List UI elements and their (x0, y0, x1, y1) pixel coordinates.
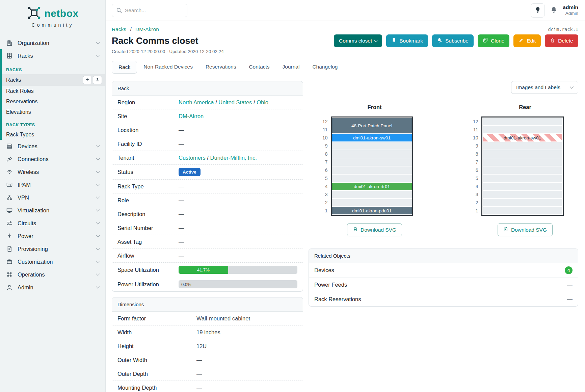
sidebar-item-circuits[interactable]: Circuits (0, 217, 105, 230)
download-svg-front-button[interactable]: Download SVG (347, 223, 402, 236)
rack-unit-empty[interactable] (483, 199, 562, 206)
sidebar-item-racks[interactable]: Racks (2, 74, 105, 86)
detail-label: Status (117, 169, 179, 175)
chevron-down-icon (96, 259, 100, 263)
theme-toggle-button[interactable] (531, 3, 545, 18)
rack-unit-empty[interactable] (483, 207, 562, 214)
sidebar-item-label: Elevations (6, 109, 31, 115)
user-menu[interactable]: admin Admin (563, 4, 578, 16)
tab-journal[interactable]: Journal (276, 61, 306, 74)
tab-changelog[interactable]: Changelog (306, 61, 344, 74)
delete-button[interactable]: Delete (545, 34, 578, 47)
detail-value: — (196, 357, 297, 363)
detail-link[interactable]: DM-Akron (179, 113, 204, 119)
rack-unit-device[interactable]: dmi01-akron-sw01 (483, 134, 562, 141)
topbar: admin Admin (106, 0, 585, 21)
search-input[interactable] (112, 4, 187, 17)
detail-link[interactable]: Customers (179, 155, 206, 161)
sidebar-item-rack-types[interactable]: Rack Types (2, 129, 105, 140)
detail-label: Site (117, 113, 179, 120)
tab-non-racked-devices[interactable]: Non-Racked Devices (137, 61, 199, 74)
sidebar-item-connections[interactable]: Connections (0, 153, 105, 165)
rack-unit-empty[interactable] (332, 175, 412, 182)
sidebar-item-virtualization[interactable]: Virtualization (0, 204, 105, 217)
dimensions-detail-rows: Form factorWall-mounted cabinetWidth19 i… (112, 312, 303, 392)
sidebar-item-devices[interactable]: Devices (0, 140, 105, 153)
edit-button[interactable]: Edit (513, 34, 541, 47)
unit-number: 7 (321, 158, 328, 166)
rack-unit-device[interactable]: dmi01-akron-rtr01 (332, 183, 412, 190)
sidebar-item-provisioning[interactable]: Provisioning (0, 242, 105, 255)
rack-unit-device[interactable]: dmi01-akron-sw01 (332, 134, 412, 141)
unit-number: 7 (471, 158, 478, 166)
rack-unit-empty[interactable] (332, 166, 412, 174)
related-object-row-power-feeds[interactable]: Power Feeds— (309, 278, 578, 292)
detail-link[interactable]: Ohio (257, 99, 268, 105)
sidebar-item-label: Operations (18, 271, 45, 278)
rack-unit-empty[interactable] (332, 158, 412, 166)
rack-name-menu-button[interactable]: Comms closet (334, 34, 382, 47)
rack-unit-empty[interactable] (332, 191, 412, 198)
rack-unit-empty[interactable] (483, 126, 562, 133)
unit-number: 6 (321, 166, 328, 174)
detail-label: Description (117, 211, 179, 217)
rack-unit-empty[interactable] (332, 199, 412, 206)
rack-unit-empty[interactable] (332, 150, 412, 158)
rack-unit-empty[interactable] (483, 158, 562, 166)
detail-value: — (179, 197, 297, 204)
breadcrumb-link-racks[interactable]: Racks (112, 26, 126, 32)
elevation-view-select[interactable]: Images and Labels (511, 81, 578, 94)
sidebar-item-wireless[interactable]: Wireless (0, 165, 105, 178)
utilization-bar: 41.7% (179, 266, 297, 274)
related-object-row-rack-reservations[interactable]: Rack Reservations— (309, 292, 578, 306)
bookmark-icon (391, 37, 397, 44)
rack-unit-empty[interactable] (483, 191, 562, 198)
subscribe-button[interactable]: Subscribe (432, 34, 474, 47)
sidebar-item-racks[interactable]: Racks (2, 49, 105, 62)
sidebar-item-label: Provisioning (18, 246, 48, 252)
detail-link[interactable]: North America (179, 99, 214, 105)
brand[interactable]: netbox Community (0, 5, 105, 28)
sidebar-item-power[interactable]: Power (0, 230, 105, 242)
detail-link[interactable]: Dunder-Mifflin, Inc. (210, 155, 257, 161)
tab-rack[interactable]: Rack (112, 61, 137, 74)
notifications-button[interactable] (550, 6, 557, 15)
rack-unit-device[interactable]: dmi01-akron-pdu01 (332, 207, 412, 214)
sidebar-item-label: Racks (6, 77, 21, 83)
download-svg-rear-button[interactable]: Download SVG (498, 223, 553, 236)
clone-button[interactable]: Clone (478, 34, 510, 47)
sidebar-item-customization[interactable]: Customization (0, 255, 105, 268)
sidebar-item-elevations[interactable]: Elevations (2, 107, 105, 117)
rack-unit-empty[interactable] (483, 175, 562, 182)
tab-contacts[interactable]: Contacts (242, 61, 276, 74)
sidebar-item-admin[interactable]: Admin (0, 281, 105, 294)
tab-reservations[interactable]: Reservations (199, 61, 242, 74)
detail-label: Location (117, 127, 179, 133)
breadcrumb-separator: / (130, 26, 131, 32)
rack-unit-empty[interactable] (483, 183, 562, 190)
bookmark-button[interactable]: Bookmark (386, 34, 428, 47)
add-rack-button[interactable] (83, 76, 92, 84)
unit-number: 2 (471, 199, 478, 206)
related-object-row-devices[interactable]: Devices4 (309, 263, 578, 278)
rack-unit-empty[interactable] (483, 166, 562, 174)
rack-unit-empty[interactable] (483, 142, 562, 150)
sidebar-item-organization[interactable]: Organization (0, 36, 105, 49)
rack-unit-device[interactable]: 48-Port Patch Panel (332, 118, 412, 133)
user-name: admin (563, 4, 578, 10)
rack-unit-empty[interactable] (483, 118, 562, 125)
import-racks-button[interactable] (93, 76, 102, 84)
brand-name: netbox (44, 8, 78, 19)
detail-label: Space Utilization (117, 267, 179, 273)
sidebar-item-rack-roles[interactable]: Rack Roles (2, 86, 105, 96)
sidebar-item-ipam[interactable]: IPAM (0, 178, 105, 191)
sidebar-item-reservations[interactable]: Reservations (2, 96, 105, 107)
rack-unit-empty[interactable] (332, 142, 412, 150)
power-icon (6, 233, 13, 239)
sidebar-item-operations[interactable]: Operations (0, 268, 105, 281)
unit-number: 10 (321, 134, 328, 141)
rack-unit-empty[interactable] (483, 150, 562, 158)
sidebar-item-vpn[interactable]: VPN (0, 191, 105, 204)
detail-link[interactable]: United States (218, 99, 252, 105)
breadcrumb-link-site[interactable]: DM-Akron (135, 26, 159, 32)
